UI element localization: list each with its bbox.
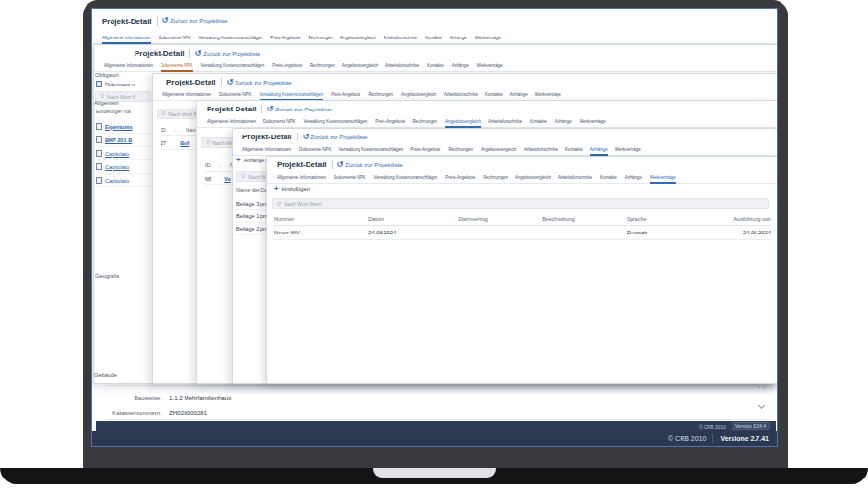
tab-arbeitsfortschritte[interactable]: Arbeitsfortschritte — [444, 90, 478, 100]
tab-kontakte[interactable]: Kontakte — [600, 173, 617, 183]
list-item[interactable]: Beilage 2.png — [236, 223, 269, 235]
tab-allgemeine-informationen[interactable]: Allgemeine Informationen — [242, 145, 291, 155]
back-link[interactable]: ↺ Zurück zur Projektliste — [267, 107, 333, 112]
tab-kontakte[interactable]: Kontakte — [565, 145, 583, 155]
column-header-elternvertrag[interactable]: Elternvertrag — [458, 216, 542, 222]
tab-allgemeine-informationen[interactable]: Allgemeine Informationen — [207, 117, 256, 127]
tab-arbeitsfortschritte[interactable]: Arbeitsfortschritte — [488, 117, 522, 127]
tab-rechnungen[interactable]: Rechnungen — [368, 90, 393, 100]
tab-werkvertraege[interactable]: Werkverträge — [650, 173, 676, 183]
tab-anhaenge[interactable]: Anhänge — [555, 117, 572, 127]
tab-verwaltung-kostenvoranschlaegen[interactable]: Verwaltung Kostenvoranschlägen — [339, 145, 404, 155]
sort-desc-icon[interactable]: ↓ — [219, 162, 222, 168]
tab-werkvertraege[interactable]: Werkverträge — [477, 61, 503, 71]
tab-preis-angebote[interactable]: Preis-Angebote — [331, 90, 360, 100]
tab-dokumente-npk[interactable]: Dokumente NPK — [299, 145, 332, 155]
tab-arbeitsfortschritte[interactable]: Arbeitsfortschritte — [524, 145, 558, 155]
tab-werkvertraege[interactable]: Werkverträge — [535, 90, 561, 100]
inner-app-footer: © CRB 2010 Version 3.24.4 — [96, 421, 776, 431]
tab-preis-angebote[interactable]: Preis-Angebote — [410, 145, 440, 155]
tab-allgemeine-informationen[interactable]: Allgemeine Informationen — [102, 34, 151, 43]
filter-input[interactable]: ▽ Nach Wort filtern — [272, 198, 769, 209]
tab-dokumente-npk[interactable]: Dokumente NPK — [219, 90, 252, 100]
add-attachment-button[interactable]: + Anhänge hinzufüg — [236, 158, 268, 163]
list-item[interactable]: Eigentums — [96, 120, 152, 134]
tab-bar: Allgemeine InformationenDokumente NPKVer… — [233, 142, 777, 156]
tab-rechnungen[interactable]: Rechnungen — [483, 173, 508, 183]
document-upload-button[interactable]: Dokument v — [96, 81, 154, 87]
back-link[interactable]: ↺ Zurück zur Projektliste — [337, 162, 403, 168]
tab-angebotsvergleich[interactable]: Angebotsvergleich — [481, 145, 516, 155]
page-title: Projekt-Detail — [207, 105, 257, 113]
tab-dokumente-npk[interactable]: Dokumente NPK — [161, 61, 193, 71]
tab-preis-angebote[interactable]: Preis-Angebote — [272, 61, 302, 71]
tab-arbeitsfortschritte[interactable]: Arbeitsfortschritte — [558, 173, 592, 183]
list-item[interactable]: Capitolato — [96, 147, 152, 160]
list-item[interactable]: BKP 201 B — [96, 134, 152, 147]
list-item[interactable]: Beilage 1.png — [236, 210, 269, 223]
tab-allgemeine-informationen[interactable]: Allgemeine Informationen — [104, 61, 153, 71]
tab-allgemeine-informationen[interactable]: Allgemeine Informationen — [277, 173, 326, 183]
document-upload-icon — [96, 81, 102, 87]
tab-kontakte[interactable]: Kontakte — [485, 90, 503, 100]
filter-input[interactable]: ▽ Nach Wort fi — [157, 109, 197, 119]
tab-allgemeine-informationen[interactable]: Allgemeine Informationen — [162, 90, 211, 100]
bauweise-value[interactable]: 1.1.2 Mehrfamilienhaus — [169, 394, 231, 401]
tab-angebotsvergleich[interactable]: Angebotsvergleich — [340, 34, 376, 43]
back-link[interactable]: ↺ Zurück zur Projektliste — [227, 80, 292, 86]
column-header-ausfuehrung-von[interactable]: Ausführung von — [702, 216, 771, 222]
list-item[interactable]: Capitolato — [96, 160, 152, 174]
table-row[interactable]: 68 Ve — [205, 173, 233, 185]
tab-werkvertraege[interactable]: Werkverträge — [615, 145, 641, 155]
tab-angebotsvergleich[interactable]: Angebotsvergleich — [342, 61, 378, 71]
tab-dokumente-npk[interactable]: Dokumente NPK — [334, 173, 366, 183]
back-link[interactable]: ↺ Zurück zur Projektliste — [162, 18, 228, 24]
tab-verwaltung-kostenvoranschlaegen[interactable]: Verwaltung Kostenvoranschlägen — [304, 117, 368, 127]
tab-arbeitsfortschritte[interactable]: Arbeitsfortschritte — [385, 61, 419, 71]
column-header-beschreibung[interactable]: Beschreibung — [542, 216, 627, 222]
table-row[interactable]: 27 Beil — [161, 137, 197, 150]
column-header-nummer[interactable]: Nummer — [274, 216, 368, 222]
list-item[interactable]: Capitolato — [96, 174, 152, 187]
column-header-id[interactable]: ID — [161, 127, 166, 133]
tab-preis-angebote[interactable]: Preis-Angebote — [445, 173, 475, 183]
tab-arbeitsfortschritte[interactable]: Arbeitsfortschritte — [384, 34, 417, 43]
tab-preis-angebote[interactable]: Preis-Angebote — [375, 117, 405, 127]
tab-rechnungen[interactable]: Rechnungen — [412, 117, 437, 127]
column-header-datum[interactable]: Datum — [368, 216, 458, 222]
tab-kontakte[interactable]: Kontakte — [425, 34, 442, 43]
tab-rechnungen[interactable]: Rechnungen — [310, 61, 335, 71]
sort-desc-icon[interactable]: ↓ — [175, 127, 178, 133]
table-row[interactable]: Neuer WV 24.06.2024 - - Deutsch 24.06.20… — [274, 226, 771, 240]
tab-verwaltung-kostenvoranschlaegen[interactable]: Verwaltung Kostenvoranschlägen — [260, 90, 324, 100]
tab-rechnungen[interactable]: Rechnungen — [448, 145, 473, 155]
filter-input[interactable]: ▽ Nach Wort filtern — [236, 171, 268, 182]
tab-verwaltung-kostenvoranschlaegen[interactable]: Verwaltung Kostenvoranschlägen — [199, 34, 263, 43]
tab-angebotsvergleich[interactable]: Angebotsvergleich — [445, 117, 481, 127]
add-contract-button[interactable]: + Hinzufügen — [274, 186, 310, 192]
tab-dokumente-npk[interactable]: Dokumente NPK — [263, 117, 296, 127]
tab-werkvertraege[interactable]: Werkverträge — [475, 34, 501, 43]
tab-anhaenge[interactable]: Anhänge — [510, 90, 528, 100]
column-header-id[interactable]: ID — [205, 162, 211, 168]
tab-verwaltung-kostenvoranschlaegen[interactable]: Verwaltung Kostenvoranschlägen — [201, 61, 265, 71]
katasternummern-value[interactable]: ZH020000281 — [169, 409, 207, 416]
tab-preis-angebote[interactable]: Preis-Angebote — [270, 34, 300, 43]
column-header-sprache[interactable]: Sprache — [627, 216, 702, 222]
tab-angebotsvergleich[interactable]: Angebotsvergleich — [515, 173, 551, 183]
tab-rechnungen[interactable]: Rechnungen — [308, 34, 333, 43]
tab-anhaenge[interactable]: Anhänge — [625, 173, 642, 183]
tab-anhaenge[interactable]: Anhänge — [450, 34, 467, 43]
tab-kontakte[interactable]: Kontakte — [530, 117, 547, 127]
filter-input[interactable]: ▽ Nach Wort fil — [201, 137, 233, 148]
tab-anhaenge[interactable]: Anhänge — [590, 145, 608, 155]
tab-verwaltung-kostenvoranschlaegen[interactable]: Verwaltung Kostenvoranschlägen — [374, 173, 438, 183]
tab-anhaenge[interactable]: Anhänge — [452, 61, 469, 71]
tab-kontakte[interactable]: Kontakte — [427, 61, 444, 71]
back-link[interactable]: ↺ Zurück zur Projektliste — [303, 135, 368, 140]
tab-dokumente-npk[interactable]: Dokumente NPK — [159, 34, 191, 43]
list-item[interactable]: Beilage 3.png — [236, 198, 269, 210]
tab-werkvertraege[interactable]: Werkverträge — [580, 117, 606, 127]
back-link[interactable]: ↺ Zurück zur Projektliste — [195, 51, 260, 57]
tab-angebotsvergleich[interactable]: Angebotsvergleich — [401, 90, 436, 100]
